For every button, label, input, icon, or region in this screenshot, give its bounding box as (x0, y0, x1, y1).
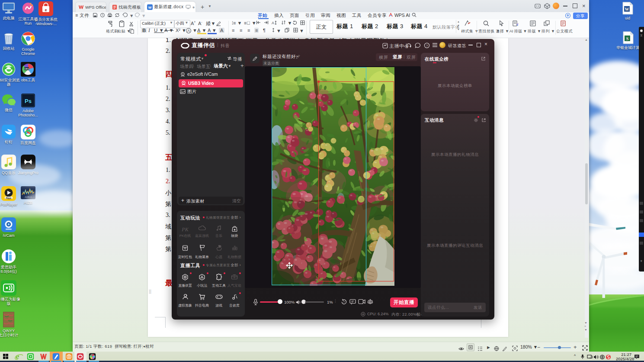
svg-text:Ps: Ps (25, 98, 32, 104)
svg-text:W: W (625, 7, 629, 12)
svg-text:S: S (626, 36, 629, 41)
svg-text:OBS: OBS (24, 68, 29, 70)
svg-text:A: A (272, 21, 274, 25)
svg-text:e: e (45, 7, 47, 12)
svg-text:W: W (148, 5, 152, 9)
svg-text:?: ? (426, 44, 428, 48)
svg-text:Player: Player (6, 197, 12, 199)
